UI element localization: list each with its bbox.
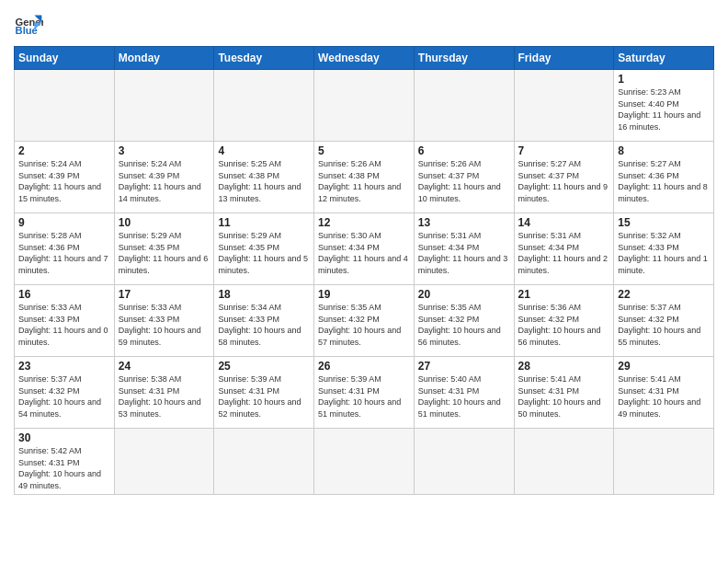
- week-row-4: 23Sunrise: 5:37 AM Sunset: 4:32 PM Dayli…: [15, 357, 714, 429]
- day-info: Sunrise: 5:41 AM Sunset: 4:31 PM Dayligh…: [518, 373, 610, 419]
- calendar-cell: 28Sunrise: 5:41 AM Sunset: 4:31 PM Dayli…: [514, 357, 614, 429]
- day-number: 12: [318, 216, 410, 229]
- day-number: 24: [119, 360, 210, 373]
- day-number: 25: [218, 360, 310, 373]
- day-number: 5: [318, 144, 410, 157]
- day-number: 22: [618, 288, 710, 301]
- week-row-5: 30Sunrise: 5:42 AM Sunset: 4:31 PM Dayli…: [15, 429, 714, 495]
- day-number: 7: [518, 144, 610, 157]
- calendar: SundayMondayTuesdayWednesdayThursdayFrid…: [14, 46, 714, 495]
- day-info: Sunrise: 5:33 AM Sunset: 4:33 PM Dayligh…: [119, 302, 210, 348]
- day-number: 1: [618, 73, 710, 86]
- calendar-cell: 23Sunrise: 5:37 AM Sunset: 4:32 PM Dayli…: [15, 357, 115, 429]
- day-number: 8: [618, 144, 710, 157]
- weekday-header-saturday: Saturday: [614, 47, 714, 70]
- calendar-cell: 9Sunrise: 5:28 AM Sunset: 4:36 PM Daylig…: [15, 213, 115, 285]
- day-info: Sunrise: 5:39 AM Sunset: 4:31 PM Dayligh…: [218, 373, 310, 419]
- day-number: 20: [418, 288, 510, 301]
- day-info: Sunrise: 5:33 AM Sunset: 4:33 PM Dayligh…: [18, 302, 110, 348]
- day-number: 13: [418, 216, 510, 229]
- calendar-cell: [214, 429, 314, 495]
- calendar-cell: 5Sunrise: 5:26 AM Sunset: 4:38 PM Daylig…: [314, 142, 415, 213]
- calendar-cell: 16Sunrise: 5:33 AM Sunset: 4:33 PM Dayli…: [15, 285, 115, 357]
- calendar-cell: 4Sunrise: 5:25 AM Sunset: 4:38 PM Daylig…: [214, 142, 314, 213]
- calendar-cell: [214, 70, 314, 142]
- day-info: Sunrise: 5:29 AM Sunset: 4:35 PM Dayligh…: [218, 230, 310, 276]
- day-number: 26: [318, 360, 410, 373]
- calendar-cell: 13Sunrise: 5:31 AM Sunset: 4:34 PM Dayli…: [414, 213, 514, 285]
- day-info: Sunrise: 5:25 AM Sunset: 4:38 PM Dayligh…: [218, 158, 310, 204]
- day-info: Sunrise: 5:37 AM Sunset: 4:32 PM Dayligh…: [18, 373, 110, 419]
- calendar-cell: [314, 70, 415, 142]
- day-number: 18: [218, 288, 310, 301]
- day-info: Sunrise: 5:24 AM Sunset: 4:39 PM Dayligh…: [18, 158, 110, 204]
- weekday-header-friday: Friday: [514, 47, 614, 70]
- calendar-cell: 27Sunrise: 5:40 AM Sunset: 4:31 PM Dayli…: [414, 357, 514, 429]
- day-number: 15: [618, 216, 710, 229]
- logo-icon: General Blue: [14, 9, 43, 39]
- calendar-cell: 22Sunrise: 5:37 AM Sunset: 4:32 PM Dayli…: [614, 285, 714, 357]
- calendar-cell: [514, 429, 614, 495]
- calendar-cell: 15Sunrise: 5:32 AM Sunset: 4:33 PM Dayli…: [614, 213, 714, 285]
- calendar-cell: 12Sunrise: 5:30 AM Sunset: 4:34 PM Dayli…: [314, 213, 415, 285]
- calendar-cell: [15, 70, 115, 142]
- calendar-cell: 25Sunrise: 5:39 AM Sunset: 4:31 PM Dayli…: [214, 357, 314, 429]
- weekday-header-tuesday: Tuesday: [214, 47, 314, 70]
- calendar-cell: 20Sunrise: 5:35 AM Sunset: 4:32 PM Dayli…: [414, 285, 514, 357]
- calendar-cell: [314, 429, 415, 495]
- day-info: Sunrise: 5:30 AM Sunset: 4:34 PM Dayligh…: [318, 230, 410, 276]
- calendar-cell: 1Sunrise: 5:23 AM Sunset: 4:40 PM Daylig…: [614, 70, 714, 142]
- calendar-cell: 7Sunrise: 5:27 AM Sunset: 4:37 PM Daylig…: [514, 142, 614, 213]
- calendar-cell: [114, 70, 214, 142]
- day-info: Sunrise: 5:27 AM Sunset: 4:37 PM Dayligh…: [518, 158, 610, 204]
- day-info: Sunrise: 5:35 AM Sunset: 4:32 PM Dayligh…: [418, 302, 510, 348]
- day-number: 9: [18, 216, 110, 229]
- day-info: Sunrise: 5:38 AM Sunset: 4:31 PM Dayligh…: [119, 373, 210, 419]
- calendar-cell: 24Sunrise: 5:38 AM Sunset: 4:31 PM Dayli…: [114, 357, 214, 429]
- day-number: 6: [418, 144, 510, 157]
- header: General Blue: [14, 9, 714, 39]
- day-info: Sunrise: 5:34 AM Sunset: 4:33 PM Dayligh…: [218, 302, 310, 348]
- day-info: Sunrise: 5:26 AM Sunset: 4:37 PM Dayligh…: [418, 158, 510, 204]
- day-info: Sunrise: 5:42 AM Sunset: 4:31 PM Dayligh…: [18, 445, 110, 491]
- day-number: 14: [518, 216, 610, 229]
- calendar-cell: 18Sunrise: 5:34 AM Sunset: 4:33 PM Dayli…: [214, 285, 314, 357]
- calendar-cell: 29Sunrise: 5:41 AM Sunset: 4:31 PM Dayli…: [614, 357, 714, 429]
- weekday-header-row: SundayMondayTuesdayWednesdayThursdayFrid…: [15, 47, 714, 70]
- svg-text:Blue: Blue: [16, 25, 38, 36]
- day-number: 4: [218, 144, 310, 157]
- page: General Blue SundayMondayTuesdayWednesda…: [0, 0, 728, 563]
- calendar-cell: [614, 429, 714, 495]
- day-number: 2: [18, 144, 110, 157]
- calendar-cell: 21Sunrise: 5:36 AM Sunset: 4:32 PM Dayli…: [514, 285, 614, 357]
- day-info: Sunrise: 5:36 AM Sunset: 4:32 PM Dayligh…: [518, 302, 610, 348]
- day-info: Sunrise: 5:31 AM Sunset: 4:34 PM Dayligh…: [518, 230, 610, 276]
- day-number: 19: [318, 288, 410, 301]
- week-row-0: 1Sunrise: 5:23 AM Sunset: 4:40 PM Daylig…: [15, 70, 714, 142]
- calendar-cell: 14Sunrise: 5:31 AM Sunset: 4:34 PM Dayli…: [514, 213, 614, 285]
- day-number: 29: [618, 360, 710, 373]
- calendar-cell: [114, 429, 214, 495]
- calendar-cell: 11Sunrise: 5:29 AM Sunset: 4:35 PM Dayli…: [214, 213, 314, 285]
- day-info: Sunrise: 5:23 AM Sunset: 4:40 PM Dayligh…: [618, 86, 710, 132]
- day-info: Sunrise: 5:40 AM Sunset: 4:31 PM Dayligh…: [418, 373, 510, 419]
- weekday-header-thursday: Thursday: [414, 47, 514, 70]
- day-number: 27: [418, 360, 510, 373]
- calendar-cell: 17Sunrise: 5:33 AM Sunset: 4:33 PM Dayli…: [114, 285, 214, 357]
- day-info: Sunrise: 5:26 AM Sunset: 4:38 PM Dayligh…: [318, 158, 410, 204]
- day-number: 16: [18, 288, 110, 301]
- week-row-3: 16Sunrise: 5:33 AM Sunset: 4:33 PM Dayli…: [15, 285, 714, 357]
- day-number: 30: [18, 431, 110, 444]
- day-info: Sunrise: 5:35 AM Sunset: 4:32 PM Dayligh…: [318, 302, 410, 348]
- day-number: 11: [218, 216, 310, 229]
- day-number: 10: [119, 216, 210, 229]
- calendar-cell: [514, 70, 614, 142]
- day-number: 23: [18, 360, 110, 373]
- day-number: 21: [518, 288, 610, 301]
- weekday-header-wednesday: Wednesday: [314, 47, 415, 70]
- weekday-header-monday: Monday: [114, 47, 214, 70]
- day-info: Sunrise: 5:39 AM Sunset: 4:31 PM Dayligh…: [318, 373, 410, 419]
- day-info: Sunrise: 5:24 AM Sunset: 4:39 PM Dayligh…: [119, 158, 210, 204]
- day-info: Sunrise: 5:28 AM Sunset: 4:36 PM Dayligh…: [18, 230, 110, 276]
- calendar-cell: 19Sunrise: 5:35 AM Sunset: 4:32 PM Dayli…: [314, 285, 415, 357]
